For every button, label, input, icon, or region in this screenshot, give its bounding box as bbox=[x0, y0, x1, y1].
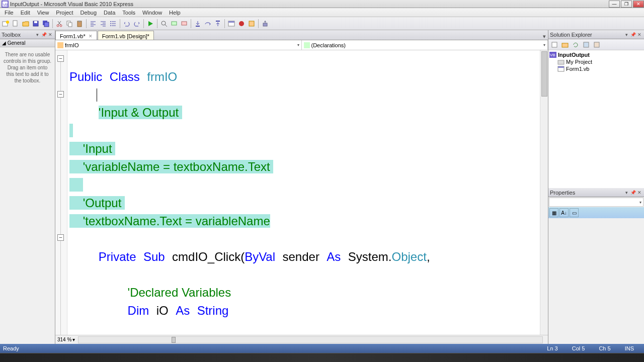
svg-rect-37 bbox=[558, 60, 564, 64]
svg-rect-23 bbox=[216, 21, 220, 22]
find-button[interactable] bbox=[159, 19, 169, 28]
svg-rect-5 bbox=[13, 21, 17, 26]
statusbar: Ready Ln 3 Col 5 Ch 5 INS bbox=[0, 344, 644, 353]
tree-form1-vb[interactable]: Form1.vb bbox=[549, 65, 643, 72]
add-item-button[interactable] bbox=[11, 19, 20, 28]
step-out-button[interactable] bbox=[213, 19, 222, 28]
open-button[interactable] bbox=[21, 19, 30, 28]
app-icon: VB bbox=[2, 1, 9, 8]
dropdown-icon[interactable]: ▾ bbox=[34, 32, 40, 38]
cut-button[interactable] bbox=[55, 19, 64, 28]
breakpoint-button[interactable] bbox=[237, 19, 246, 28]
extensions-button[interactable] bbox=[247, 19, 256, 28]
comment-button[interactable] bbox=[170, 19, 179, 28]
code-editor[interactable]: − − − Public Class frmIO 'Input & Output… bbox=[55, 50, 548, 335]
fold-toggle[interactable]: − bbox=[57, 91, 64, 98]
code-content[interactable]: Public Class frmIO 'Input & Output 'Inpu… bbox=[67, 50, 548, 335]
menu-view[interactable]: View bbox=[34, 9, 53, 16]
tree-project-root[interactable]: VB InputOutput bbox=[549, 51, 643, 58]
align-left-button[interactable] bbox=[89, 19, 98, 28]
properties-button[interactable] bbox=[549, 40, 559, 49]
menu-window[interactable]: Window bbox=[139, 9, 166, 16]
os-taskbar[interactable] bbox=[0, 353, 644, 362]
list-button[interactable] bbox=[109, 19, 118, 28]
tab-form1-design[interactable]: Form1.vb [Design]* bbox=[98, 31, 154, 40]
pin-icon[interactable]: 📌 bbox=[630, 190, 636, 196]
fold-toggle[interactable]: − bbox=[57, 234, 64, 241]
class-dropdown[interactable]: frmIO▾ bbox=[55, 40, 302, 50]
maximize-button[interactable]: ❐ bbox=[621, 1, 632, 8]
tabs-dropdown-icon[interactable]: ▾ bbox=[541, 33, 548, 40]
svg-rect-31 bbox=[552, 42, 557, 47]
alphabetical-button[interactable]: A↓ bbox=[559, 208, 569, 217]
nav-dropdowns: frmIO▾ (Declarations)▾ bbox=[55, 40, 548, 50]
menu-edit[interactable]: Edit bbox=[17, 9, 34, 16]
step-over-button[interactable] bbox=[203, 19, 212, 28]
close-icon[interactable]: ✕ bbox=[636, 190, 642, 196]
toolbox-header: Toolbox ▾ 📌 ✕ bbox=[0, 30, 55, 39]
close-icon[interactable]: ✕ bbox=[47, 32, 53, 38]
show-all-button[interactable] bbox=[560, 40, 570, 49]
scroll-thumb[interactable] bbox=[541, 51, 547, 97]
svg-rect-29 bbox=[57, 42, 63, 48]
menu-file[interactable]: File bbox=[1, 9, 17, 16]
svg-rect-33 bbox=[584, 42, 589, 47]
start-debug-button[interactable] bbox=[146, 19, 155, 28]
pin-icon[interactable]: 📌 bbox=[41, 32, 47, 38]
save-button[interactable] bbox=[31, 19, 40, 28]
refresh-button[interactable] bbox=[571, 40, 581, 49]
dropdown-icon[interactable]: ▾ bbox=[623, 32, 629, 38]
close-icon[interactable]: ✕ bbox=[89, 34, 93, 39]
menu-project[interactable]: Project bbox=[52, 9, 76, 16]
immediate-window-button[interactable] bbox=[227, 19, 236, 28]
status-line: Ln 3 bbox=[540, 345, 565, 351]
tree-my-project[interactable]: My Project bbox=[549, 58, 643, 65]
categorized-button[interactable]: ▦ bbox=[549, 208, 558, 217]
vertical-scrollbar[interactable] bbox=[540, 50, 548, 335]
copy-button[interactable] bbox=[65, 19, 74, 28]
titlebar: VB InputOutput - Microsoft Visual Basic … bbox=[0, 0, 644, 8]
toolbox-group-general[interactable]: ◢ General bbox=[0, 39, 55, 47]
new-project-button[interactable] bbox=[1, 19, 10, 28]
horizontal-scrollbar[interactable] bbox=[78, 336, 543, 343]
menu-help[interactable]: Help bbox=[166, 9, 184, 16]
step-into-button[interactable] bbox=[193, 19, 202, 28]
document-tabs: Form1.vb*✕ Form1.vb [Design]* ▾ bbox=[55, 30, 548, 40]
svg-rect-20 bbox=[172, 22, 177, 25]
solution-explorer-panel: Solution Explorer ▾ 📌 ✕ VB InputOutput bbox=[548, 30, 644, 188]
scroll-thumb[interactable] bbox=[172, 337, 176, 343]
properties-object-dropdown[interactable]: ▾ bbox=[549, 198, 643, 207]
minimize-button[interactable]: — bbox=[609, 1, 620, 8]
redo-button[interactable] bbox=[132, 19, 141, 28]
property-pages-button[interactable]: ▭ bbox=[570, 208, 579, 217]
solution-tree[interactable]: VB InputOutput My Project Form1.vb bbox=[548, 50, 644, 188]
tab-form1-vb[interactable]: Form1.vb*✕ bbox=[55, 31, 97, 40]
menu-tools[interactable]: Tools bbox=[119, 9, 139, 16]
pin-icon[interactable]: 📌 bbox=[630, 32, 636, 38]
save-all-button[interactable] bbox=[41, 19, 50, 28]
view-designer-button[interactable] bbox=[592, 40, 602, 49]
zoom-level[interactable]: 314 % bbox=[57, 337, 71, 342]
align-right-button[interactable] bbox=[99, 19, 108, 28]
uncomment-button[interactable] bbox=[180, 19, 189, 28]
status-ch: Ch 5 bbox=[592, 345, 617, 351]
close-icon[interactable]: ✕ bbox=[636, 32, 642, 38]
properties-toolbar: ▦ A↓ ▭ bbox=[548, 207, 644, 218]
svg-rect-39 bbox=[558, 66, 564, 68]
close-button[interactable]: ✕ bbox=[633, 1, 644, 8]
toolbox-hint: There are no usable controls in this gro… bbox=[0, 47, 55, 88]
view-code-button[interactable] bbox=[581, 40, 591, 49]
publish-button[interactable] bbox=[261, 19, 270, 28]
undo-button[interactable] bbox=[122, 19, 131, 28]
menu-data[interactable]: Data bbox=[100, 9, 119, 16]
fold-toggle[interactable]: − bbox=[57, 55, 64, 62]
svg-rect-22 bbox=[196, 26, 200, 27]
menu-debug[interactable]: Debug bbox=[77, 9, 100, 16]
properties-grid[interactable] bbox=[548, 218, 644, 344]
paste-button[interactable] bbox=[75, 19, 84, 28]
solution-explorer-toolbar bbox=[548, 39, 644, 50]
dropdown-icon[interactable]: ▾ bbox=[623, 190, 629, 196]
form-icon bbox=[557, 66, 565, 72]
properties-panel: Properties ▾ 📌 ✕ ▾ ▦ A↓ ▭ bbox=[548, 188, 644, 344]
member-dropdown[interactable]: (Declarations)▾ bbox=[302, 40, 548, 50]
